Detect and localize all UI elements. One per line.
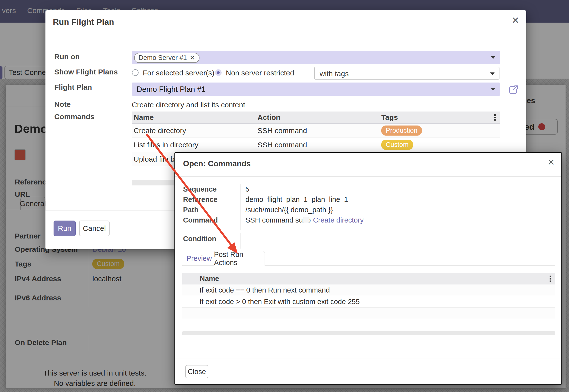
col-name[interactable]: Name [196, 275, 219, 283]
reference-label: Reference [183, 196, 217, 204]
close-button-label: Close [188, 368, 206, 376]
kebab-menu-icon[interactable] [550, 276, 551, 282]
post-run-actions-table: Name If exit code == 0 then Run next com… [182, 273, 555, 319]
table-header-row: Name Action Tags [132, 112, 500, 123]
close-icon[interactable]: × [548, 156, 555, 168]
table-row[interactable]: List files in directory SSH command Cust… [132, 138, 500, 152]
path-value: /such/much/{{ demo_path }} [245, 206, 333, 214]
show-flight-plans-label: Show Flight Plans [54, 68, 118, 76]
external-link-icon[interactable] [507, 84, 519, 96]
table-header-row: Name [182, 273, 555, 284]
col-name[interactable]: Name [132, 113, 257, 122]
cancel-button[interactable]: Cancel [79, 221, 110, 236]
col-tags[interactable]: Tags [381, 113, 480, 122]
with-tags-select[interactable]: with tags [314, 67, 499, 80]
sequence-label: Sequence [183, 185, 217, 193]
cell-action: SSH command [257, 141, 381, 149]
run-button-label: Run [58, 224, 71, 233]
modal-title: Run Flight Plan [53, 17, 114, 27]
col-selector [182, 273, 196, 284]
cell-name: Create directory [132, 126, 257, 135]
reference-value: demo_flight_plan_1_plan_line_1 [245, 196, 348, 204]
run-on-select[interactable]: Demo Server #1 ✕ [132, 51, 500, 64]
remove-tag-icon[interactable]: ✕ [190, 54, 195, 61]
flight-plan-select[interactable]: Demo Flight Plan #1 [132, 83, 500, 96]
server-tag-chip[interactable]: Demo Server #1 ✕ [134, 53, 199, 63]
modal-title: Open: Commands [183, 159, 251, 168]
server-tag-label: Demo Server #1 [139, 54, 187, 62]
close-button[interactable]: Close [185, 365, 208, 378]
cell-name: List files in directory [132, 141, 257, 149]
kebab-menu-icon[interactable] [494, 114, 496, 121]
flight-plan-label: Flight Plan [54, 83, 92, 91]
tab-post-run-actions-label: Post Run Actions [214, 251, 265, 267]
sequence-value: 5 [245, 185, 249, 193]
screen: vers Commands Files Tools Settings Test … [0, 0, 569, 392]
chevron-down-icon [491, 56, 495, 59]
radio-non-server-restricted-label[interactable]: Non server restricted [226, 69, 294, 77]
label-separator [241, 184, 241, 230]
close-icon[interactable]: × [512, 14, 519, 26]
chevron-down-icon [491, 88, 495, 91]
chevron-down-icon [490, 72, 495, 75]
modal-header-divider [175, 176, 561, 177]
table-row[interactable]: If exit code > 0 then Exit with custom e… [182, 296, 555, 307]
commands-label: Commands [54, 112, 94, 121]
radio-for-selected-servers-label[interactable]: For selected server(s) [143, 69, 214, 77]
cell-name: If exit code == 0 then Run next command [196, 286, 330, 294]
modal-header-divider [45, 33, 526, 33]
with-tags-value: with tags [320, 70, 349, 78]
tag-custom: Custom [381, 140, 413, 150]
radio-for-selected-servers[interactable] [132, 69, 139, 76]
plan-note-text: Create directory and list its content [132, 101, 245, 109]
flight-plan-value: Demo Flight Plan #1 [137, 85, 206, 94]
run-button[interactable]: Run [54, 221, 76, 236]
tag-production: Production [381, 126, 422, 136]
tab-post-run-actions[interactable]: Post Run Actions [214, 251, 265, 266]
modal-footer-divider [175, 359, 561, 359]
command-label: Command [183, 216, 218, 224]
col-action[interactable]: Action [257, 113, 381, 122]
radio-non-server-restricted[interactable] [215, 69, 222, 76]
table-row[interactable]: If exit code == 0 then Run next command [182, 284, 555, 296]
command-value: SSH command sudo [245, 216, 311, 224]
note-label: Note [54, 100, 71, 109]
run-on-label: Run on [54, 53, 80, 61]
sudo-checkbox[interactable] [303, 217, 309, 223]
path-label: Path [183, 206, 199, 214]
create-directory-link[interactable]: Create directory [313, 216, 364, 224]
table-row[interactable]: Create directory SSH command Production [132, 123, 500, 138]
condition-label: Condition [183, 235, 216, 243]
horizontal-scrollbar[interactable] [182, 331, 555, 335]
cell-name: If exit code > 0 then Exit with custom e… [196, 298, 360, 306]
cell-action: SSH command [257, 126, 381, 135]
label-separator-2 [241, 233, 241, 249]
tab-preview[interactable]: Preview [186, 254, 212, 263]
table-row-empty [182, 307, 555, 319]
open-commands-modal: Open: Commands × Sequence 5 Reference de… [174, 152, 562, 385]
cancel-button-label: Cancel [83, 224, 106, 233]
label-separator [127, 38, 127, 210]
